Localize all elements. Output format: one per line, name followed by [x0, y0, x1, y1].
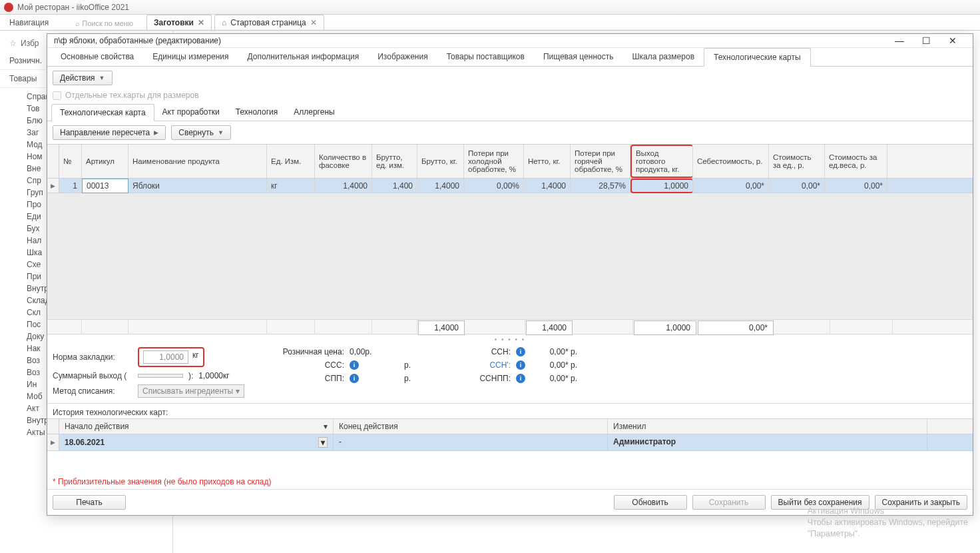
sum-output-label: Суммарный выход (: [53, 371, 132, 380]
approx-warning: * Приблизительные значения (не было прих…: [47, 474, 973, 489]
history-header: Начало действия▾ Конец действия Изменил: [47, 418, 973, 434]
col-article[interactable]: Артикул: [82, 145, 128, 178]
close-icon[interactable]: ✕: [310, 18, 317, 27]
subtabs: Технологическая карта Акт проработки Тех…: [47, 104, 973, 121]
recalc-direction-dropdown[interactable]: Направление пересчета ▶: [53, 125, 166, 140]
grid-row[interactable]: ▶ 1 00013 Яблоки кг 1,4000 1,400 1,4000 …: [47, 179, 973, 193]
splitter[interactable]: • • • • •: [47, 334, 973, 344]
col-cold-loss[interactable]: Потери при холодной обработке, %: [464, 145, 524, 178]
home-icon: ⌂: [222, 18, 226, 27]
close-icon[interactable]: ✕: [198, 18, 204, 27]
chevron-down-icon[interactable]: ▾: [318, 437, 328, 448]
col-qty[interactable]: Количество в фасовке: [315, 145, 372, 178]
minimize-icon[interactable]: —: [886, 35, 913, 46]
subtab-allergens[interactable]: Аллергены: [286, 104, 342, 121]
grid-empty-area[interactable]: [47, 193, 973, 320]
col-start[interactable]: Начало действия▾: [59, 419, 334, 434]
dialog-footer: Печать Обновить Сохранить Выйти без сохр…: [47, 489, 973, 515]
tab-extra-info[interactable]: Дополнительная информация: [238, 48, 368, 66]
col-brutto-kg[interactable]: Брутто, кг.: [417, 145, 464, 178]
norm-label: Норма закладки:: [53, 352, 132, 362]
info-icon[interactable]: i: [516, 347, 525, 356]
col-who[interactable]: Изменил: [608, 419, 927, 434]
col-brutto-unit[interactable]: Брутто, ед. изм.: [372, 145, 417, 178]
norm-input[interactable]: 1,0000: [143, 350, 188, 364]
history-row[interactable]: ▶ 18.06.2021▾ - Администратор: [47, 434, 973, 451]
chevron-down-icon: ▼: [218, 129, 224, 136]
close-icon[interactable]: ✕: [939, 35, 966, 46]
actions-dropdown[interactable]: Действия ▼: [53, 71, 113, 85]
ingredients-grid: № Артикул Наименование продукта Ед. Изм.…: [47, 144, 973, 334]
form-area: Норма закладки: 1,0000 кг Суммарный выхо…: [47, 344, 973, 404]
grid-sum-row: 1,4000 1,4000 1,0000 0,00*: [47, 320, 973, 334]
app-icon: [4, 3, 13, 12]
col-end[interactable]: Конец действия: [334, 419, 608, 434]
writeoff-method-select[interactable]: Списывать ингредиенты ▾: [138, 384, 244, 398]
info-icon[interactable]: i: [516, 360, 525, 370]
col-unit[interactable]: Ед. Изм.: [267, 145, 315, 178]
col-cost[interactable]: Себестоимость, р.: [693, 145, 769, 178]
save-close-button[interactable]: Сохранить и закрыть: [875, 495, 967, 510]
info-icon[interactable]: i: [516, 374, 525, 383]
writeoff-method-label: Метод списания:: [53, 386, 132, 396]
separate-cards-checkbox[interactable]: Отдельные тех.карты для размеров: [47, 89, 973, 104]
edit-dialog: п\ф яблоки, обработанные (редактирование…: [47, 33, 973, 516]
col-output[interactable]: Выход готового продукта, кг.: [630, 145, 693, 178]
info-icon[interactable]: i: [350, 374, 359, 383]
star-icon: ☆: [9, 39, 17, 48]
chevron-down-icon: ▼: [99, 75, 105, 81]
nav-label: Навигация: [9, 18, 49, 30]
tab-supplier-goods[interactable]: Товары поставщиков: [437, 48, 534, 66]
tab-tech-cards[interactable]: Технологические карты: [704, 48, 811, 67]
subtab-act[interactable]: Акт проработки: [154, 104, 228, 121]
col-netto[interactable]: Нетто, кг.: [524, 145, 571, 178]
collapse-dropdown[interactable]: Свернуть ▼: [171, 125, 231, 140]
info-icon[interactable]: i: [350, 360, 359, 370]
app-tabs: Навигация ⌕ Поиск по меню Заготовки ✕ ⌂ …: [0, 15, 980, 31]
col-hot-loss[interactable]: Потери при горячей обработке, %: [571, 145, 630, 178]
subtab-tech-card[interactable]: Технологическая карта: [51, 104, 154, 121]
row-handle-icon[interactable]: ▶: [47, 179, 59, 193]
tab-images[interactable]: Изображения: [368, 48, 437, 66]
tab-size-scale[interactable]: Шкала размеров: [622, 48, 704, 66]
window-title-bar: Мой ресторан - iikoOffice 2021: [0, 0, 980, 15]
window-title: Мой ресторан - iikoOffice 2021: [17, 3, 129, 12]
history-label: История технологических карт:: [47, 404, 973, 418]
tab-start-page[interactable]: ⌂ Стартовая страница ✕: [214, 15, 324, 30]
dialog-title-bar: п\ф яблоки, обработанные (редактирование…: [47, 34, 973, 48]
chevron-down-icon: ▾: [236, 386, 240, 396]
exit-no-save-button[interactable]: Выйти без сохранения: [771, 495, 869, 510]
col-name[interactable]: Наименование продукта: [128, 145, 267, 178]
grid-header: № Артикул Наименование продукта Ед. Изм.…: [47, 144, 973, 179]
col-weight-price[interactable]: Стоимость за ед.веса, р.: [825, 145, 887, 178]
dialog-tabs: Основные свойства Единицы измерения Допо…: [47, 48, 973, 67]
chevron-right-icon: ▶: [154, 129, 158, 136]
print-button[interactable]: Печать: [53, 495, 126, 510]
tab-units[interactable]: Единицы измерения: [143, 48, 238, 66]
col-no[interactable]: №: [59, 145, 82, 178]
subtab-technology[interactable]: Технология: [228, 104, 286, 121]
col-unit-price[interactable]: Стоимость за ед., р.: [769, 145, 825, 178]
dialog-title: п\ф яблоки, обработанные (редактирование…: [54, 36, 886, 45]
chevron-down-icon[interactable]: ▾: [324, 422, 328, 431]
history-empty: [47, 451, 973, 474]
tab-nutrition[interactable]: Пищевая ценность: [534, 48, 623, 66]
tab-main-props[interactable]: Основные свойства: [51, 48, 143, 66]
refresh-button[interactable]: Обновить: [614, 495, 687, 510]
tab-zagotovki[interactable]: Заготовки ✕: [146, 15, 212, 30]
menu-search[interactable]: ⌕ Поиск по меню: [75, 19, 133, 30]
sum-output-input: [138, 374, 183, 378]
maximize-icon[interactable]: ☐: [913, 35, 939, 46]
save-button[interactable]: Сохранить: [692, 495, 766, 510]
